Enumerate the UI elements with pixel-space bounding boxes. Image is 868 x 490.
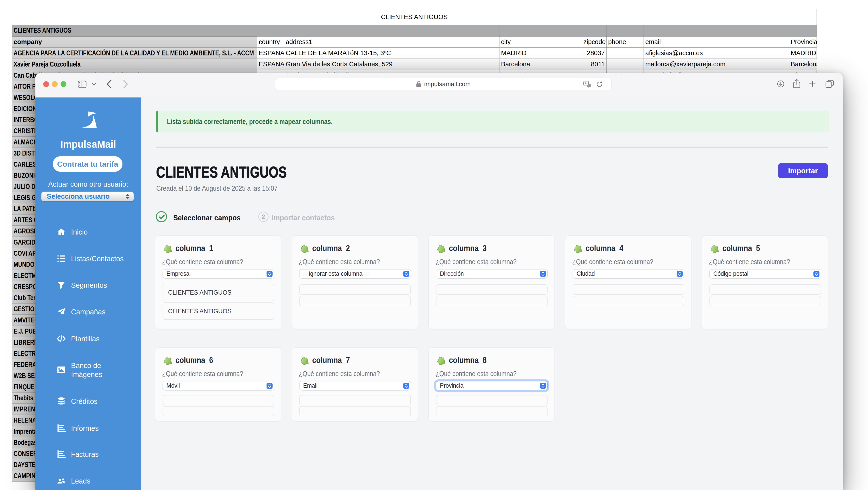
svg-text:A: A: [585, 82, 587, 85]
